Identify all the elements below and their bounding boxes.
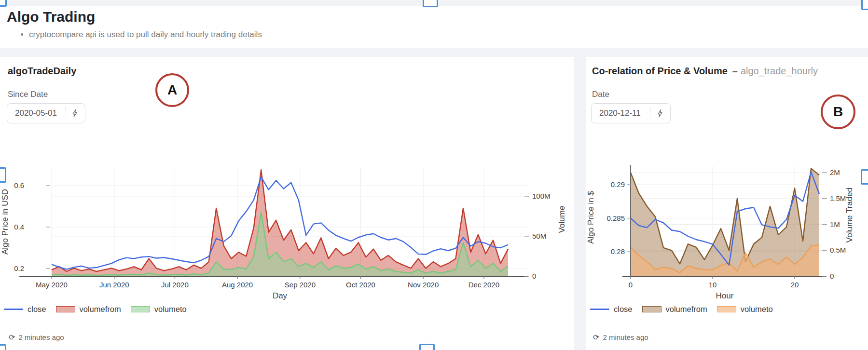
legend-label: close — [28, 305, 46, 314]
svg-text:Hour: Hour — [716, 291, 734, 300]
svg-text:0: 0 — [830, 272, 834, 280]
header-block: Algo Trading cryptocompare api is used t… — [0, 6, 868, 48]
hourly-chart-legend: closevolumefromvolumeto — [590, 305, 773, 314]
legend-item-volumefrom: volumefrom — [56, 305, 121, 314]
legend-item-volumefrom: volumefrom — [642, 305, 707, 314]
fullscreen-icon[interactable] — [419, 344, 435, 350]
fullscreen-icon[interactable] — [0, 167, 6, 183]
since-date-value[interactable]: 2020-05-01 — [7, 108, 65, 118]
svg-text:Aug 2020: Aug 2020 — [222, 281, 253, 289]
legend-label: volumefrom — [666, 305, 707, 314]
legend-item-volumeto: volumeto — [717, 305, 773, 314]
svg-text:Nov 2020: Nov 2020 — [408, 281, 439, 289]
svg-text:50M: 50M — [532, 232, 546, 240]
description-bullet: cryptocompare api is used to pull daily … — [29, 30, 262, 40]
hourly-panel: Co-relation of Price & Volume–algo_trade… — [586, 57, 868, 350]
svg-text:Volume Traded: Volume Traded — [845, 188, 854, 242]
svg-text:10: 10 — [709, 281, 717, 289]
svg-text:Algo Price in USD: Algo Price in USD — [0, 189, 10, 255]
svg-text:Dec 2020: Dec 2020 — [468, 281, 499, 289]
close-swatch — [4, 309, 23, 310]
svg-text:May 2020: May 2020 — [36, 281, 68, 289]
svg-text:0.6: 0.6 — [14, 181, 24, 189]
svg-text:0.2: 0.2 — [14, 264, 24, 272]
legend-item-volumeto: volumeto — [131, 305, 187, 314]
lightning-bolt-icon[interactable] — [651, 104, 670, 123]
daily-panel-title: algoTradeDaily — [8, 66, 76, 77]
annotation-a-label: A — [167, 82, 177, 98]
fullscreen-icon[interactable] — [0, 344, 6, 350]
volumeto-swatch — [131, 306, 150, 312]
daily-price-volume-chart[interactable]: May 2020Jun 2020Jul 2020Aug 2020Sep 2020… — [0, 159, 574, 310]
svg-text:0.29: 0.29 — [611, 180, 625, 188]
legend-label: volumeto — [741, 305, 773, 314]
daily-panel: algoTradeDaily A Since Date 2020-05-01 M… — [0, 57, 574, 350]
svg-text:Jun 2020: Jun 2020 — [99, 281, 129, 289]
svg-text:Day: Day — [273, 291, 288, 300]
fullscreen-icon[interactable] — [423, 0, 438, 7]
svg-text:Sep 2020: Sep 2020 — [285, 281, 316, 289]
svg-text:Algo Price in $: Algo Price in $ — [586, 191, 595, 244]
refresh-icon: ⟳ — [9, 333, 15, 342]
svg-text:0.285: 0.285 — [606, 214, 625, 222]
since-date-input[interactable]: 2020-05-01 — [7, 103, 85, 123]
hourly-refresh-status: ⟳ 2 minutes ago — [593, 333, 648, 342]
svg-text:0.5M: 0.5M — [830, 246, 846, 254]
hourly-title-separator: – — [732, 66, 738, 76]
since-date-label: Since Date — [8, 90, 48, 99]
fullscreen-icon[interactable] — [861, 169, 868, 185]
annotation-circle-b: B — [821, 94, 855, 129]
refresh-text: 2 minutes ago — [18, 333, 64, 341]
svg-text:1M: 1M — [830, 220, 840, 229]
volumeto-swatch — [717, 306, 736, 312]
date-label: Date — [592, 90, 609, 99]
svg-text:20: 20 — [791, 281, 799, 289]
daily-refresh-status: ⟳ 2 minutes ago — [9, 333, 64, 342]
svg-text:Jul 2020: Jul 2020 — [161, 281, 189, 289]
description-list: cryptocompare api is used to pull daily … — [20, 30, 262, 40]
volumefrom-swatch — [56, 306, 75, 312]
date-value[interactable]: 2020-12-11 — [592, 108, 650, 118]
lightning-bolt-glyph — [71, 109, 80, 118]
lightning-bolt-icon[interactable] — [66, 104, 85, 123]
svg-text:Oct 2020: Oct 2020 — [346, 281, 375, 289]
svg-text:0: 0 — [532, 272, 536, 280]
date-input[interactable]: 2020-12-11 — [591, 103, 671, 123]
svg-text:100M: 100M — [532, 192, 551, 200]
page-title: Algo Trading — [7, 9, 95, 25]
svg-text:0: 0 — [629, 281, 633, 289]
refresh-icon: ⟳ — [593, 333, 599, 342]
svg-text:0.4: 0.4 — [14, 223, 24, 231]
annotation-b-label: B — [833, 104, 843, 120]
svg-text:2M: 2M — [830, 168, 840, 176]
legend-item-close: close — [590, 305, 633, 314]
hourly-title-main: Co-relation of Price & Volume — [592, 66, 728, 76]
svg-text:Volume: Volume — [557, 206, 566, 233]
legend-label: volumefrom — [80, 305, 121, 314]
daily-chart-legend: closevolumefromvolumeto — [4, 305, 187, 314]
volumefrom-swatch — [642, 306, 661, 312]
legend-item-close: close — [4, 305, 46, 314]
annotation-circle-a: A — [155, 73, 189, 107]
legend-label: close — [614, 305, 633, 314]
hourly-panel-title: Co-relation of Price & Volume–algo_trade… — [592, 66, 818, 77]
fullscreen-icon[interactable] — [0, 0, 7, 7]
svg-text:0.28: 0.28 — [611, 247, 625, 256]
fullscreen-icon[interactable] — [861, 0, 868, 10]
refresh-text: 2 minutes ago — [603, 333, 648, 341]
close-swatch — [590, 309, 609, 310]
hourly-title-suffix: algo_trade_hourly — [741, 66, 818, 76]
lightning-bolt-glyph — [656, 109, 665, 118]
svg-text:1.5M: 1.5M — [830, 194, 846, 202]
legend-label: volumeto — [154, 305, 187, 314]
hourly-price-volume-chart[interactable]: 010200.280.2850.2900.5M1M1.5M2MHourAlgo … — [586, 159, 868, 310]
